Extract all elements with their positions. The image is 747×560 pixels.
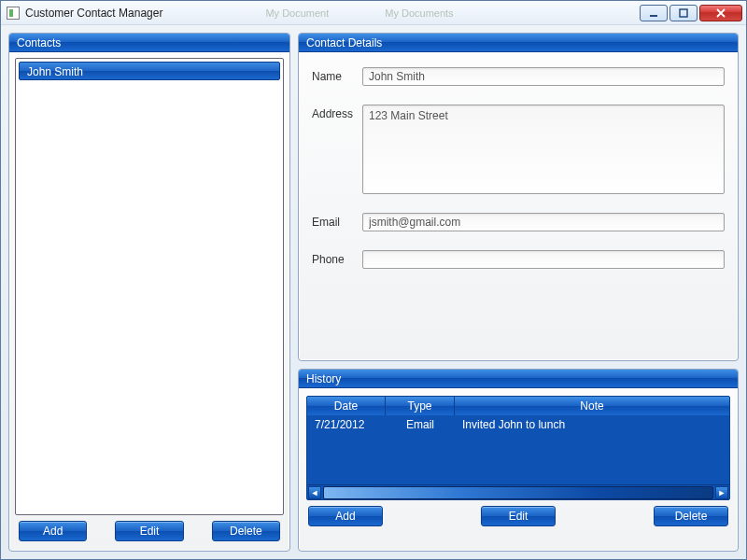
email-field[interactable] [362, 213, 725, 231]
address-field[interactable] [362, 105, 725, 194]
titlebar[interactable]: Customer Contact Manager My Document My … [1, 1, 746, 25]
contact-name: John Smith [27, 65, 83, 78]
app-window: Customer Contact Manager My Document My … [0, 0, 747, 560]
details-body: Name Address Email Phone [299, 52, 738, 360]
history-edit-button[interactable]: Edit [481, 506, 556, 526]
svg-rect-0 [650, 15, 657, 17]
col-type[interactable]: Type [386, 397, 455, 415]
row-address: Address [312, 105, 725, 194]
right-column: Contact Details Name Address Email [298, 33, 739, 552]
minimize-icon [649, 8, 658, 18]
history-button-row: Add Edit Delete [306, 500, 730, 528]
label-phone: Phone [312, 250, 362, 266]
history-header: History [299, 370, 738, 388]
scroll-track[interactable] [323, 486, 713, 499]
phone-field[interactable] [362, 250, 725, 269]
label-name: Name [312, 67, 362, 83]
cell-note: Invited John to lunch [455, 415, 729, 434]
row-phone: Phone [312, 250, 725, 269]
history-grid-rows: 7/21/2012 Email Invited John to lunch [307, 415, 729, 484]
row-name: Name [312, 67, 725, 86]
history-add-button[interactable]: Add [308, 506, 383, 526]
svg-rect-1 [680, 9, 687, 17]
contacts-column: Contacts John Smith Add Edit Delete [8, 33, 290, 552]
history-hscrollbar[interactable]: ◄ ► [307, 484, 729, 499]
cell-type: Email [386, 415, 455, 434]
row-email: Email [312, 213, 725, 231]
contacts-edit-button[interactable]: Edit [115, 521, 183, 541]
contacts-body: John Smith Add Edit Delete [9, 52, 289, 551]
history-panel: History Date Type Note 7/21/2012 Email [298, 369, 739, 552]
details-panel: Contact Details Name Address Email [298, 33, 739, 361]
contacts-list[interactable]: John Smith [15, 58, 284, 515]
window-title: Customer Contact Manager [25, 7, 162, 20]
col-note[interactable]: Note [455, 397, 729, 415]
close-icon [715, 8, 726, 18]
window-controls [640, 5, 742, 21]
close-button[interactable] [699, 5, 742, 21]
name-field[interactable] [362, 67, 725, 86]
label-email: Email [312, 213, 362, 229]
contacts-header: Contacts [9, 34, 289, 52]
history-grid-header: Date Type Note [307, 397, 729, 415]
maximize-icon [679, 8, 688, 18]
history-delete-button[interactable]: Delete [654, 506, 728, 526]
col-date[interactable]: Date [307, 397, 386, 415]
titlebar-ghost-text: My Document My Documents [265, 7, 453, 19]
history-grid[interactable]: Date Type Note 7/21/2012 Email Invited J… [306, 396, 730, 500]
details-header: Contact Details [299, 34, 738, 52]
maximize-button[interactable] [669, 5, 698, 21]
cell-date: 7/21/2012 [307, 415, 386, 434]
minimize-button[interactable] [640, 5, 668, 21]
history-body: Date Type Note 7/21/2012 Email Invited J… [299, 388, 738, 551]
scroll-left-icon[interactable]: ◄ [308, 486, 321, 499]
history-row[interactable]: 7/21/2012 Email Invited John to lunch [307, 415, 729, 434]
contacts-add-button[interactable]: Add [19, 521, 87, 541]
app-icon [7, 7, 20, 20]
client-area: Contacts John Smith Add Edit Delete [1, 25, 746, 559]
contacts-button-row: Add Edit Delete [15, 515, 284, 545]
label-address: Address [312, 105, 362, 120]
scroll-right-icon[interactable]: ► [715, 486, 728, 499]
contacts-delete-button[interactable]: Delete [212, 521, 280, 541]
contacts-panel: Contacts John Smith Add Edit Delete [8, 33, 290, 552]
contact-row[interactable]: John Smith [19, 62, 280, 80]
